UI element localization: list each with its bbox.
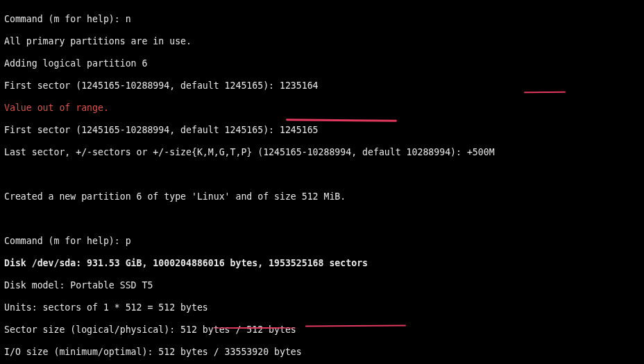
line-value-out-of-range: Value out of range. [4,103,109,113]
line-primary-in-use: All primary partitions are in use. [4,36,192,46]
line-first-sector-2: First sector (1245165-10288994, default … [4,125,319,135]
line-sector-size: Sector size (logical/physical): 512 byte… [4,324,296,335]
line-first-sector-1: First sector (1245165-10288994, default … [4,80,319,91]
line-adding-partition: Adding logical partition 6 [4,58,147,69]
annotation-underline-sda6-size-type [305,324,406,327]
terminal-output: Command (m for help): n All primary part… [0,0,644,364]
annotation-underline-size512mib [286,119,397,121]
line-units: Units: sectors of 1 * 512 = 512 bytes [4,302,208,313]
line-created-partition: Created a new partition 6 of type 'Linux… [4,191,346,202]
line-cmd-n: Command (m for help): n [4,14,131,24]
line-io-size: I/O size (minimum/optimal): 512 bytes / … [4,347,302,357]
annotation-underline-500m [524,92,566,94]
line-disk-model: Disk model: Portable SSD T5 [4,280,164,291]
line-last-sector: Last sector, +/-sectors or +/-size{K,M,G… [4,147,495,157]
line-disk-size: Disk /dev/sda: 931.53 GiB, 1000204886016… [4,258,368,268]
line-cmd-p: Command (m for help): p [4,236,131,246]
